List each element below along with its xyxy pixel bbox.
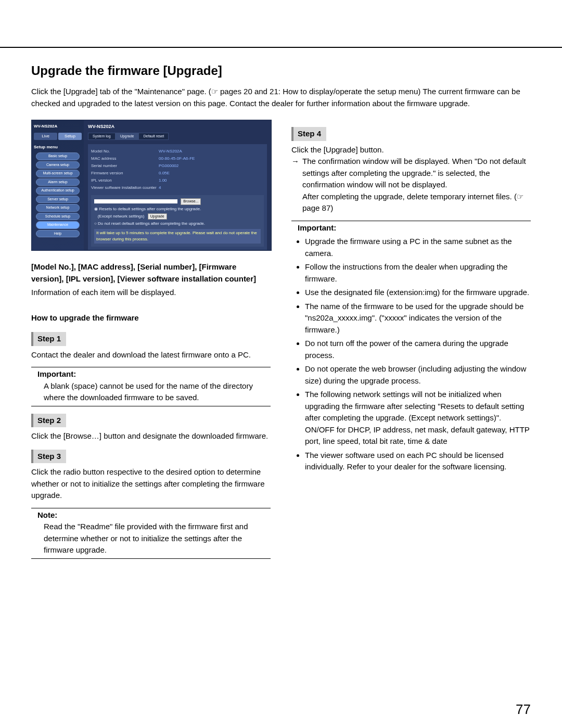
shot-k0: Model No.: [91, 148, 159, 155]
important1-label: Important:: [31, 368, 271, 380]
arrow-icon: →: [291, 156, 302, 214]
shot-title: WV-NS202A: [88, 123, 267, 131]
step3-label: Step 3: [31, 450, 66, 464]
shot-side-9: Help: [36, 230, 80, 238]
page-number: 77: [516, 701, 531, 718]
shot-k2: Serial number: [91, 163, 159, 169]
shot-tab-live: Live: [34, 133, 57, 140]
rule: [291, 221, 531, 221]
list-item: Do not operate the web browser (includin…: [305, 363, 531, 387]
shot-side-4: Authentication setup: [36, 187, 80, 195]
step4-text-c2: page 87): [302, 203, 333, 212]
shot-radio1: ◉ Resets to default settings after compl…: [94, 206, 261, 212]
shot-upgrade-btn: Upgrade: [148, 213, 167, 220]
shot-k4: IPL version: [91, 177, 159, 184]
step1-text: Contact the dealer and download the late…: [31, 349, 271, 361]
shot-side-3: Alarm setup: [36, 178, 80, 186]
shot-v3: 0.05E: [159, 170, 170, 176]
shot-v4: 1.00: [159, 177, 167, 184]
shot-tab-setup: Setup: [58, 133, 82, 140]
list-item: Upgrade the firmware using a PC in the s…: [305, 236, 531, 259]
shot-side-6: Network setup: [36, 204, 80, 212]
step4-text-b: The confirmation window will be displaye…: [302, 157, 526, 189]
pointer-icon: ☞: [517, 193, 523, 201]
step4-label: Step 4: [291, 127, 326, 141]
fields-heading: [Model No.], [MAC address], [Serial numb…: [31, 261, 271, 285]
shot-warning: It will take up to 5 minutes to complete…: [94, 229, 261, 244]
step1-label: Step 1: [31, 332, 66, 346]
important1-text: A blank (space) cannot be used for the n…: [31, 380, 271, 404]
left-column: WV-NS202A Live Setup Setup menu Basic se…: [31, 120, 271, 559]
list-item: The viewer software used on each PC shou…: [305, 450, 531, 473]
rule: [31, 508, 271, 508]
shot-radio2: (Except network settings) Upgrade: [94, 213, 261, 220]
step2-text: Click the [Browse…] button and designate…: [31, 430, 271, 442]
step2-label: Step 2: [31, 414, 66, 428]
shot-menu-header: Setup menu: [34, 144, 82, 150]
shot-side-5: Server setup: [36, 196, 80, 203]
shot-browse-btn: Browse...: [181, 198, 201, 205]
step3-text: Click the radio button respective to the…: [31, 466, 271, 502]
note-label: Note:: [31, 509, 271, 521]
shot-side-0: Basic setup: [36, 152, 80, 160]
shot-side-1: Camera setup: [36, 161, 80, 169]
shot-side-8: Maintenance: [36, 221, 80, 229]
top-rule: [0, 47, 562, 48]
shot-v5: 4: [159, 185, 161, 191]
pointer-icon: ☞: [211, 87, 218, 96]
shot-v2: PG000002: [159, 163, 178, 169]
list-item: Use the designated file (extension:img) …: [305, 287, 531, 299]
intro-paragraph: Click the [Upgrade] tab of the "Maintena…: [31, 86, 531, 109]
shot-k5: Viewer software installation counter: [91, 185, 159, 191]
shot-side-7: Schedule setup: [36, 213, 80, 221]
shot-v1: 00-80-45-0F-A6-FE: [159, 156, 195, 162]
shot-file-field: [94, 199, 177, 203]
shot-k1: MAC address: [91, 156, 159, 162]
step4-text-c1: After completing the upgrade, delete tem…: [302, 192, 517, 201]
right-column: Step 4 Click the [Upgrade] button. → The…: [291, 120, 531, 559]
shot-subtab-1: Upgrade: [116, 133, 139, 141]
fields-text: Information of each item will be display…: [31, 287, 271, 299]
shot-k3: Firmware version: [91, 170, 159, 176]
step4-text-a: Click the [Upgrade] button.: [291, 144, 531, 156]
note-text: Read the "Readme" file provided with the…: [31, 521, 271, 556]
shot-subtab-2: Default reset: [138, 133, 169, 141]
shot-subtab-0: System log: [88, 133, 116, 141]
list-item: Do not turn off the power of the camera …: [305, 338, 531, 361]
important-bullets: Upgrade the firmware using a PC in the s…: [291, 236, 531, 473]
rule: [31, 558, 271, 559]
shot-side-2: Multi-screen setup: [36, 170, 80, 177]
rule: [31, 406, 271, 406]
intro-a: Click the [Upgrade] tab of the "Maintena…: [31, 87, 211, 96]
shot-v0: WV-NS202A: [159, 148, 182, 155]
list-item: Follow the instructions from the dealer …: [305, 261, 531, 285]
shot-brand: WV-NS202A: [34, 123, 82, 130]
list-item: The following network settings will not …: [305, 389, 531, 448]
important2-label: Important:: [291, 222, 531, 234]
page-title: Upgrade the firmware [Upgrade]: [31, 63, 531, 78]
rule: [31, 367, 271, 367]
shot-radio3: ○ Do not reset default settings after co…: [94, 221, 261, 227]
screenshot: WV-NS202A Live Setup Setup menu Basic se…: [31, 120, 272, 251]
list-item: The name of the firmware to be used for …: [305, 301, 531, 336]
howto-heading: How to upgrade the firmware: [31, 312, 271, 324]
